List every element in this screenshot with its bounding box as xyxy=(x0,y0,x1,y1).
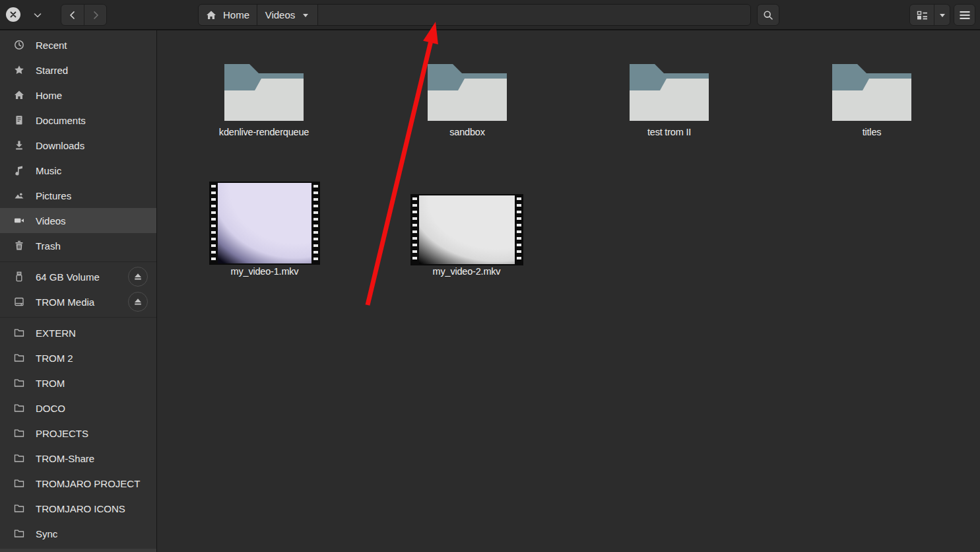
sidebar: Recent Starred Home Documents Downloads xyxy=(0,30,157,552)
sidebar-item-tromjaro-icons[interactable]: TROMJARO ICONS xyxy=(0,496,156,521)
sidebar-places: Recent Starred Home Documents Downloads xyxy=(0,32,156,258)
sidebar-bookmarks: EXTERN TROM 2 TROM DOCO PROJECTS xyxy=(0,320,156,546)
home-icon xyxy=(206,10,216,20)
download-icon xyxy=(13,140,24,151)
sidebar-item-tromjaro-project[interactable]: TROMJARO PROJECT xyxy=(0,471,156,496)
hamburger-menu-icon xyxy=(960,11,970,20)
sidebar-item-downloads[interactable]: Downloads xyxy=(0,133,156,158)
sidebar-item-label: Starred xyxy=(36,65,68,76)
eject-button[interactable] xyxy=(128,292,148,312)
folder-icon xyxy=(224,64,304,121)
video-file-my-video-1[interactable] xyxy=(209,182,320,265)
hamburger-menu-button[interactable] xyxy=(954,4,975,26)
hard-drive-icon xyxy=(13,296,24,308)
dropdown-arrow-icon xyxy=(302,11,310,19)
search-icon xyxy=(763,10,773,20)
navigation-buttons xyxy=(61,4,107,26)
sidebar-item-extern[interactable]: EXTERN xyxy=(0,320,156,345)
sidebar-item-label: TROM 2 xyxy=(36,353,73,364)
document-icon xyxy=(13,115,24,126)
sidebar-item-label: Videos xyxy=(36,215,66,226)
sidebar-item-sync[interactable]: Sync xyxy=(0,521,156,546)
folder-sandbox[interactable]: sandbox xyxy=(401,64,533,137)
sidebar-item-documents[interactable]: Documents xyxy=(0,108,156,133)
sidebar-item-trash[interactable]: Trash xyxy=(0,233,156,258)
sidebar-item-label: EXTERN xyxy=(36,328,76,339)
path-bar: Home Videos xyxy=(198,4,751,26)
folder-test-trom-ii[interactable]: test trom II xyxy=(603,64,735,137)
search-button[interactable] xyxy=(757,4,779,26)
sidebar-item-label: Music xyxy=(36,165,61,176)
sidebar-item-trom-media[interactable]: TROM Media xyxy=(0,289,156,314)
sidebar-item-music[interactable]: Music xyxy=(0,158,156,183)
folder-icon xyxy=(13,328,24,339)
view-dropdown-icon xyxy=(938,11,946,19)
sidebar-item-label: TROMJARO PROJECT xyxy=(36,478,140,489)
sidebar-item-label: TROMJARO ICONS xyxy=(36,503,125,514)
sidebar-item-label: Trash xyxy=(36,240,61,252)
sidebar-item-label: Documents xyxy=(36,115,86,126)
sidebar-item-videos[interactable]: Videos xyxy=(0,208,156,233)
sidebar-separator xyxy=(0,261,156,262)
folder-icon xyxy=(13,353,24,364)
sidebar-item-trom-share[interactable]: TROM-Share xyxy=(0,446,156,471)
list-view-icon xyxy=(917,10,928,20)
sidebar-item-starred[interactable]: Starred xyxy=(0,57,156,83)
forward-button[interactable] xyxy=(84,5,106,25)
sidebar-item-home[interactable]: Home xyxy=(0,83,156,108)
trash-icon xyxy=(13,240,24,252)
sidebar-scrollbar[interactable] xyxy=(0,549,156,552)
folder-icon xyxy=(13,403,24,414)
sidebar-item-label: PROJECTS xyxy=(36,428,88,439)
video-thumbnail xyxy=(218,183,311,263)
breadcrumb-current-button[interactable]: Videos xyxy=(257,5,318,25)
close-icon xyxy=(9,11,17,18)
view-toggle-group xyxy=(909,4,950,26)
filmstrip-edge xyxy=(311,183,320,263)
sidebar-item-pictures[interactable]: Pictures xyxy=(0,183,156,208)
eject-icon xyxy=(133,272,143,281)
eject-button[interactable] xyxy=(128,267,148,287)
sidebar-item-64gb-volume[interactable]: 64 GB Volume xyxy=(0,264,156,289)
sidebar-item-label: TROM Media xyxy=(36,296,94,308)
file-name: kdenlive-renderqueue xyxy=(219,127,309,137)
star-icon xyxy=(13,65,24,76)
video-camera-icon xyxy=(13,215,24,226)
breadcrumb-home-label: Home xyxy=(223,9,249,20)
folder-titles[interactable]: titles xyxy=(806,64,938,137)
back-button[interactable] xyxy=(61,5,84,25)
breadcrumb-home-button[interactable]: Home xyxy=(199,5,257,25)
sidebar-devices: 64 GB Volume TROM Media xyxy=(0,264,156,314)
folder-icon xyxy=(428,64,507,121)
filmstrip-edge xyxy=(410,195,419,264)
folder-icon xyxy=(13,378,24,389)
sidebar-item-trom[interactable]: TROM xyxy=(0,370,156,396)
file-grid: kdenlive-renderqueue sandbox test trom I… xyxy=(158,30,980,552)
chevron-down-icon xyxy=(32,10,43,20)
sidebar-item-label: Pictures xyxy=(36,190,71,201)
sidebar-item-label: Downloads xyxy=(36,140,84,151)
file-name: sandbox xyxy=(449,127,484,137)
view-options-dropdown[interactable] xyxy=(934,5,950,25)
folder-kdenlive-renderqueue[interactable]: kdenlive-renderqueue xyxy=(198,64,330,137)
sidebar-item-trom2[interactable]: TROM 2 xyxy=(0,345,156,370)
folder-icon xyxy=(13,428,24,439)
sidebar-item-doco[interactable]: DOCO xyxy=(0,396,156,421)
filmstrip-edge xyxy=(209,183,218,263)
video-file-my-video-2[interactable] xyxy=(410,194,523,265)
file-name[interactable]: my_video-2.mkv xyxy=(381,266,552,277)
window-menu-chevron[interactable] xyxy=(30,8,45,22)
sidebar-item-projects[interactable]: PROJECTS xyxy=(0,421,156,446)
sidebar-item-label: Recent xyxy=(36,40,67,51)
filmstrip-edge xyxy=(515,195,523,264)
view-mode-button[interactable] xyxy=(910,5,934,25)
sidebar-item-recent[interactable]: Recent xyxy=(0,32,156,57)
sidebar-item-label: Home xyxy=(36,90,62,101)
forward-chevron-icon xyxy=(91,11,100,20)
location-entry[interactable] xyxy=(318,5,750,25)
sidebar-item-label: 64 GB Volume xyxy=(36,271,100,283)
folder-icon xyxy=(13,528,24,539)
file-name[interactable]: my_video-1.mkv xyxy=(179,266,350,277)
window-close-button[interactable] xyxy=(6,7,20,22)
folder-icon xyxy=(13,478,24,489)
